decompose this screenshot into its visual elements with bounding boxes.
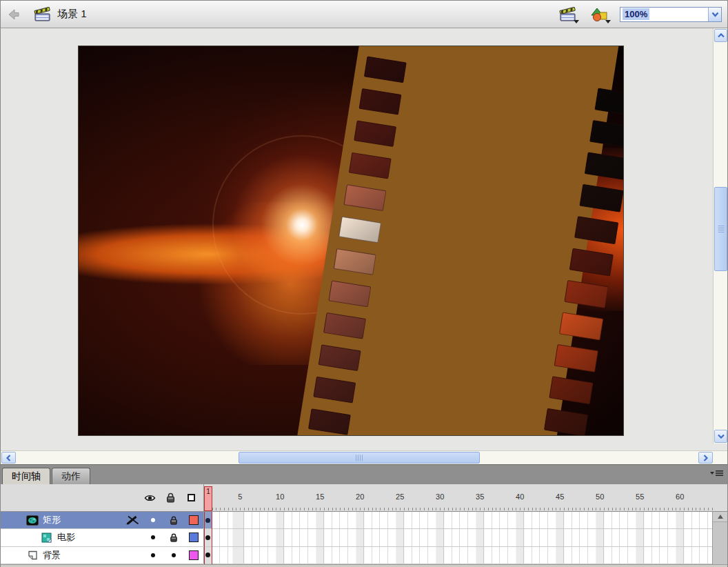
stage-pasteboard[interactable] [1,28,727,450]
stage-artwork[interactable] [79,46,623,435]
layer-visibility-toggle[interactable] [143,553,163,557]
masked-layer-icon [41,533,52,543]
outline-square-icon [188,494,195,501]
show-outlines-button[interactable] [181,494,201,501]
edit-symbol-dropdown-caret [605,20,611,23]
back-arrow-icon [8,9,22,20]
visibility-dot [151,553,155,557]
zoom-dropdown-button[interactable] [708,8,721,21]
timeline-scroll-up-button[interactable] [713,512,727,522]
tab-timeline[interactable]: 时间轴 [2,468,50,484]
flash-application-window: 场景 1 [0,0,728,567]
thumb-grip [718,226,724,232]
ruler-number: 35 [476,493,484,501]
layer-controls-header [1,484,204,511]
film-frame-hole [574,216,618,244]
film-strip [285,46,623,435]
panel-options-menu-button[interactable] [709,469,725,477]
scroll-right-button[interactable] [698,452,713,464]
scroll-left-button[interactable] [1,452,16,464]
ruler-number: 20 [356,493,364,501]
lock-all-button[interactable] [160,493,181,503]
playhead[interactable]: 1 [204,486,212,511]
layer-name[interactable]: 电影 [57,531,122,544]
layer-outline-color[interactable] [184,515,203,525]
timeline-status-strip [1,564,727,567]
keyframe-cell[interactable] [204,512,212,528]
layer-controls[interactable]: 电影 [1,529,204,546]
film-frame-hole [338,217,381,243]
breadcrumb: 场景 1 [34,7,87,22]
visibility-dot [151,518,155,522]
thumb-grip [356,455,363,461]
frame-ruler[interactable]: 1 51015202530354045505560 [204,484,714,511]
layer-controls[interactable]: 背景 [1,547,204,564]
film-strip-right-frames [537,46,623,435]
padlock-icon [166,493,175,503]
film-frame-hole [364,57,407,83]
layer-frames-track[interactable] [204,547,727,564]
ruler-number: 60 [676,493,684,501]
layer-visibility-toggle[interactable] [143,535,163,539]
film-frame-hole [358,88,401,115]
layer-lock-toggle[interactable] [163,516,184,525]
edit-disabled-indicator [122,515,143,525]
keyframe-dot [205,518,210,523]
tab-actions[interactable]: 动作 [52,468,90,484]
film-frame-hole [585,152,623,180]
keyframe-cell[interactable] [204,547,212,564]
layer-outline-color[interactable] [184,533,203,542]
layer-name[interactable]: 矩形 [43,514,122,526]
layer-row[interactable]: 背景 [1,547,727,564]
ruler-number: 25 [396,493,404,501]
layer-frames-track[interactable] [204,529,727,546]
timeline-scrollbar[interactable] [712,512,727,564]
layer-controls[interactable]: 矩形 [1,512,204,528]
film-frame-hole [544,408,588,435]
film-frame-hole [594,88,623,117]
layer-row[interactable]: 电影 [1,529,727,546]
layer-outline-color[interactable] [184,550,203,560]
layer-type-icon [26,550,39,560]
layer-lock-toggle[interactable] [163,533,184,542]
scene-name-label[interactable]: 场景 1 [57,8,87,21]
scroll-down-button[interactable] [714,430,727,443]
layer-row[interactable]: 矩形 [1,512,727,529]
vertical-scroll-thumb[interactable] [714,187,727,271]
edit-scene-dropdown-caret [574,20,579,23]
film-frame-hole [554,344,598,372]
tab-actions-label: 动作 [61,470,81,483]
layer-visibility-toggle[interactable] [143,518,163,522]
film-frame-hole [334,248,376,275]
layer-color-swatch [189,533,199,542]
film-frame-hole [349,152,392,179]
edit-bar-controls: 100% [556,5,722,24]
timeline-header: 1 51015202530354045505560 [1,484,727,512]
horizontal-scroll-thumb[interactable] [239,452,480,464]
layer-type-icon [26,515,39,526]
stage-vertical-scrollbar[interactable] [713,28,727,444]
ruler-number: 45 [556,493,564,501]
edit-scene-button[interactable] [556,5,580,24]
panel-menu-icon [709,469,725,477]
edit-symbol-button[interactable] [588,5,611,24]
layer-type-icon [40,533,54,543]
film-frame-hole [308,408,351,435]
layer-frames-track[interactable] [204,512,727,528]
back-button[interactable] [6,7,24,22]
mask-layer-icon [26,515,39,526]
timeline-body: 矩形 [1,512,727,564]
keyframe-cell[interactable] [204,529,212,546]
scroll-up-button[interactable] [714,29,727,42]
chevron-down-icon [718,434,725,439]
show-hide-all-button[interactable] [139,494,160,502]
layer-lock-toggle[interactable] [163,553,184,557]
ruler-number: 40 [516,493,524,501]
ruler-number: 50 [596,493,604,501]
tab-timeline-label: 时间轴 [12,470,41,483]
zoom-combobox[interactable]: 100% [620,7,722,22]
film-frame-hole [323,312,366,339]
stage-horizontal-scrollbar[interactable] [1,450,727,464]
layer-name[interactable]: 背景 [43,549,122,561]
film-frame-hole [343,184,386,211]
